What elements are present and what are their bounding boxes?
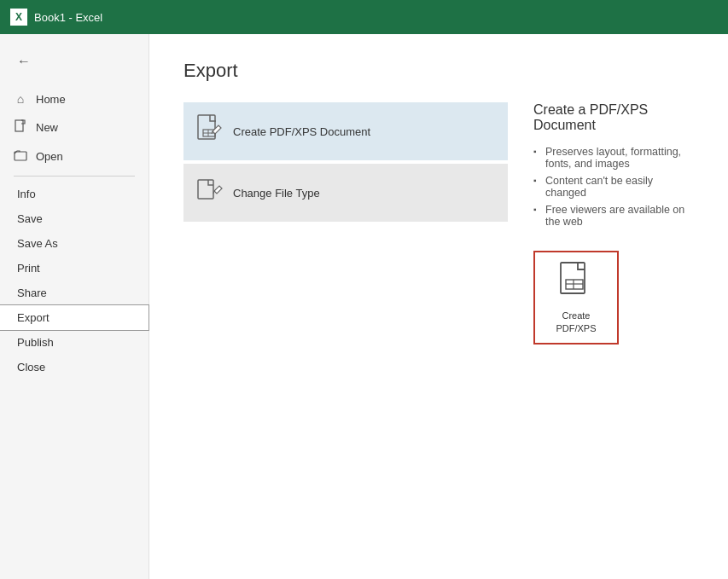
change-file-type-option[interactable]: Change File Type: [183, 164, 508, 222]
change-file-type-label: Change File Type: [233, 187, 320, 200]
sidebar-item-share[interactable]: Share: [0, 281, 149, 305]
svg-rect-2: [198, 115, 215, 139]
sidebar-item-print[interactable]: Print: [0, 256, 149, 281]
main-area: ← ⌂ Home New Open Info Save S: [0, 34, 728, 579]
sidebar-item-save-as[interactable]: Save As: [0, 231, 149, 256]
info-bullets: Preserves layout, formatting, fonts, and…: [533, 143, 694, 230]
svg-rect-7: [198, 180, 213, 199]
sidebar-item-home-label: Home: [36, 93, 66, 106]
create-pdf-option[interactable]: Create PDF/XPS Document: [183, 102, 508, 160]
sidebar-item-close[interactable]: Close: [0, 355, 149, 379]
open-icon: [14, 149, 27, 164]
create-pdf-card-button[interactable]: Create PDF/XPS: [533, 251, 619, 345]
pdf-card-icon: [559, 261, 593, 304]
sidebar-item-export[interactable]: Export: [0, 305, 149, 330]
export-layout: Create PDF/XPS Document Change File Typ: [183, 102, 694, 345]
sidebar-item-save[interactable]: Save: [0, 206, 149, 231]
change-file-icon: [197, 176, 221, 210]
content-area: Export: [149, 34, 728, 579]
svg-rect-1: [15, 152, 26, 160]
excel-icon: X: [10, 9, 27, 26]
info-panel-title: Create a PDF/XPS Document: [533, 102, 694, 133]
sidebar: ← ⌂ Home New Open Info Save S: [0, 34, 149, 579]
pdf-option-icon: [197, 114, 221, 148]
export-options-list: Create PDF/XPS Document Change File Typ: [183, 102, 508, 345]
sidebar-item-info[interactable]: Info: [0, 182, 149, 206]
sidebar-item-home[interactable]: ⌂ Home: [0, 85, 149, 113]
back-button[interactable]: ←: [9, 46, 39, 77]
sidebar-item-new[interactable]: New: [0, 113, 149, 142]
info-bullet-1: Preserves layout, formatting, fonts, and…: [533, 143, 694, 172]
info-panel: Create a PDF/XPS Document Preserves layo…: [508, 102, 694, 345]
page-title: Export: [183, 60, 694, 82]
home-icon: ⌂: [14, 92, 27, 106]
window-title: Book1 - Excel: [34, 11, 102, 24]
svg-rect-0: [15, 120, 23, 131]
svg-line-6: [212, 131, 213, 134]
sidebar-divider: [14, 176, 135, 177]
sidebar-item-new-label: New: [36, 121, 58, 134]
sidebar-item-open[interactable]: Open: [0, 142, 149, 171]
pdf-card-label: Create PDF/XPS: [556, 310, 596, 334]
info-bullet-2: Content can't be easily changed: [533, 172, 694, 201]
create-pdf-label: Create PDF/XPS Document: [233, 125, 370, 138]
title-bar: X Book1 - Excel: [0, 0, 728, 34]
info-bullet-3: Free viewers are available on the web: [533, 201, 694, 230]
sidebar-item-open-label: Open: [36, 150, 63, 163]
new-icon: [14, 119, 27, 136]
sidebar-item-publish[interactable]: Publish: [0, 330, 149, 355]
